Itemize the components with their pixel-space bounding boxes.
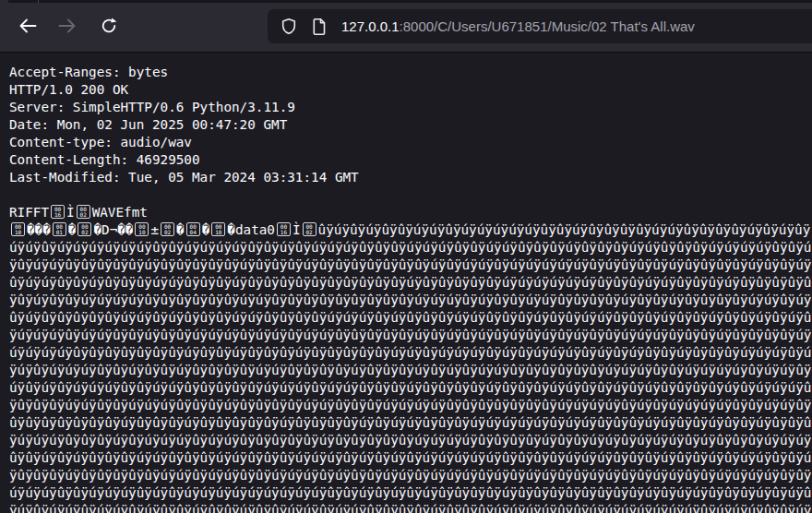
back-button[interactable]: [13, 13, 42, 42]
hex-control-box: 0016: [277, 222, 291, 236]
binary-data: 0010���0001�0002�D¬��0010±0002�0004�0010…: [9, 221, 812, 513]
url-bar[interactable]: 127.0.0.1:8000/C/Users/U671851/Music/02 …: [268, 9, 812, 43]
hex-control-box: 0010: [135, 222, 149, 236]
forward-arrow-icon: [57, 16, 78, 40]
hex-control-box: 0002: [77, 205, 90, 219]
hex-control-box: 0004: [186, 222, 200, 236]
hex-control-box: 0001: [53, 222, 66, 236]
reload-icon: [99, 16, 119, 40]
hex-control-box: 0002: [161, 222, 174, 236]
hex-control-box: 0016: [51, 205, 65, 219]
navigation-toolbar: 127.0.0.1:8000/C/Users/U671851/Music/02 …: [0, 3, 812, 53]
hex-control-box: 0002: [78, 222, 91, 236]
hex-control-box: 0010: [211, 222, 225, 236]
tracking-protection-shield-icon[interactable]: [279, 17, 299, 37]
hex-control-box: 0002: [303, 222, 316, 236]
reload-button[interactable]: [94, 13, 124, 42]
page-content: Accept-Ranges: bytesHTTP/1.0 200 OKServe…: [0, 53, 812, 513]
back-arrow-icon: [18, 16, 38, 40]
riff-header-line: RIFFT0016Ì0002WAVEfmt: [9, 204, 812, 221]
url-text: 127.0.0.1:8000/C/Users/U671851/Music/02 …: [341, 18, 695, 34]
url-domain: 127.0.0.1: [341, 18, 400, 34]
response-headers: Accept-Ranges: bytesHTTP/1.0 200 OKServe…: [9, 64, 812, 204]
forward-button[interactable]: [53, 13, 82, 42]
hex-control-box: 0010: [11, 222, 25, 236]
page-document-icon[interactable]: [309, 17, 329, 37]
url-path: :8000/C/Users/U671851/Music/02 That's Al…: [400, 18, 695, 34]
